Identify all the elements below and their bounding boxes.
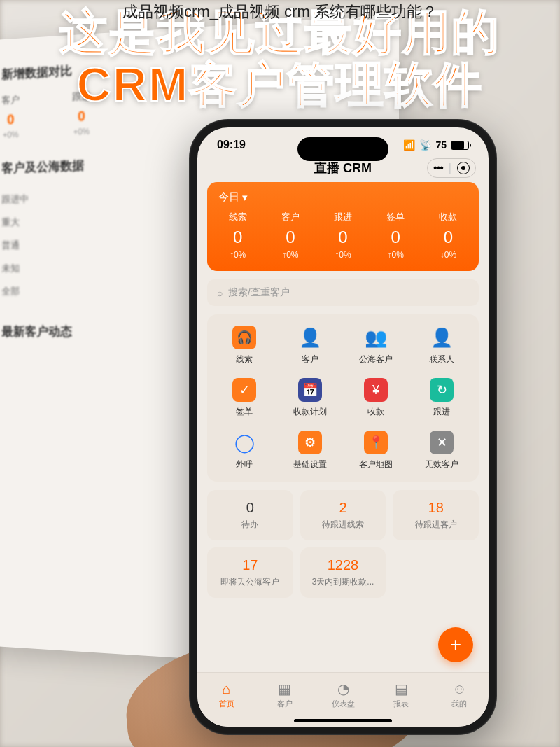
nav-基础设置[interactable]: ⚙ 基础设置 [279, 431, 342, 470]
wifi-icon: 📡 [419, 139, 431, 151]
search-placeholder: 搜索/查重客户 [228, 286, 290, 299]
miniapp-controls[interactable]: ••• | [427, 158, 476, 178]
notch [298, 137, 388, 161]
nav-收款[interactable]: ¥ 收款 [344, 378, 407, 418]
tab-首页[interactable]: ⌂ 首页 [197, 673, 255, 717]
battery-icon [451, 141, 469, 150]
客户-icon: ▦ [278, 680, 291, 697]
tab-仪表盘[interactable]: ◔ 仪表盘 [314, 673, 372, 717]
跟进-icon: ↻ [430, 378, 454, 402]
close-miniapp-icon[interactable] [457, 162, 470, 174]
today-stats-card: 今日 ▾ 线索 0 ↑0%客户 0 ↑0%跟进 0 ↑0%签单 0 ↑0%收款 … [207, 182, 479, 271]
app-title: 直播 CRM [314, 160, 372, 176]
phone-frame: 09:19 📶 📡 75 直播 CRM ••• | 今日 ▾ [189, 119, 497, 735]
tab-报表[interactable]: ▤ 报表 [372, 673, 430, 717]
我的-icon: ☺ [452, 681, 466, 697]
stat-收款[interactable]: 收款 0 ↓0% [422, 211, 475, 260]
收款-icon: ¥ [364, 378, 388, 402]
基础设置-icon: ⚙ [298, 431, 322, 454]
nav-公海客户[interactable]: 👥 公海客户 [344, 326, 407, 365]
today-selector[interactable]: 今日 ▾ [211, 190, 475, 211]
nav-联系人[interactable]: 👤 联系人 [410, 326, 473, 365]
nav-客户[interactable]: 👤 客户 [279, 326, 342, 365]
无效客户-icon: ✕ [430, 431, 454, 454]
联系人-icon: 👤 [430, 326, 454, 349]
客户地图-icon: 📍 [364, 431, 388, 454]
仪表盘-icon: ◔ [337, 680, 349, 697]
more-icon[interactable]: ••• [433, 162, 443, 174]
nav-grid-card: 🎧 线索👤 客户👥 公海客户👤 联系人✓ 签单📅 收款计划¥ 收款↻ 跟进◯ 外… [207, 314, 479, 482]
signal-icon: 📶 [403, 139, 415, 151]
tab-客户[interactable]: ▦ 客户 [255, 673, 314, 717]
chevron-down-icon: ▾ [242, 191, 248, 204]
status-time: 09:19 [217, 139, 246, 151]
tile-待跟进客户[interactable]: 18 待跟进客户 [393, 490, 479, 540]
stat-客户[interactable]: 客户 0 ↑0% [264, 211, 316, 260]
报表-icon: ▤ [395, 680, 408, 697]
首页-icon: ⌂ [223, 681, 231, 697]
nav-无效客户[interactable]: ✕ 无效客户 [410, 431, 473, 470]
search-input[interactable]: ⌕ 搜索/查重客户 [207, 279, 479, 306]
nav-线索[interactable]: 🎧 线索 [213, 326, 276, 365]
tile-待跟进线索[interactable]: 2 待跟进线索 [300, 490, 386, 540]
tab-我的[interactable]: ☺ 我的 [430, 673, 489, 717]
stat-线索[interactable]: 线索 0 ↑0% [211, 211, 264, 260]
tile-3天内到期收款...[interactable]: 1228 3天内到期收款... [300, 547, 386, 598]
plus-icon: + [450, 634, 461, 656]
search-icon: ⌕ [217, 287, 223, 298]
nav-收款计划[interactable]: 📅 收款计划 [279, 378, 342, 418]
tile-待办[interactable]: 0 待办 [207, 490, 293, 540]
fab-add-button[interactable]: + [438, 627, 473, 662]
客户-icon: 👤 [298, 326, 322, 349]
线索-icon: 🎧 [232, 326, 256, 349]
battery-pct: 75 [435, 139, 447, 151]
nav-客户地图[interactable]: 📍 客户地图 [344, 431, 407, 470]
stat-签单[interactable]: 签单 0 ↑0% [370, 211, 422, 260]
外呼-icon: ◯ [232, 431, 256, 454]
nav-外呼[interactable]: ◯ 外呼 [213, 431, 276, 470]
stat-跟进[interactable]: 跟进 0 ↑0% [316, 211, 369, 260]
tile-即将丢公海客户[interactable]: 17 即将丢公海客户 [207, 547, 293, 598]
nav-跟进[interactable]: ↻ 跟进 [410, 378, 473, 418]
签单-icon: ✓ [232, 378, 256, 402]
收款计划-icon: 📅 [298, 378, 322, 402]
page-caption: 成品视频crm_成品视频 crm 系统有哪些功能？ [0, 1, 560, 22]
公海客户-icon: 👥 [364, 326, 388, 349]
nav-签单[interactable]: ✓ 签单 [213, 378, 276, 418]
home-indicator [294, 719, 392, 722]
